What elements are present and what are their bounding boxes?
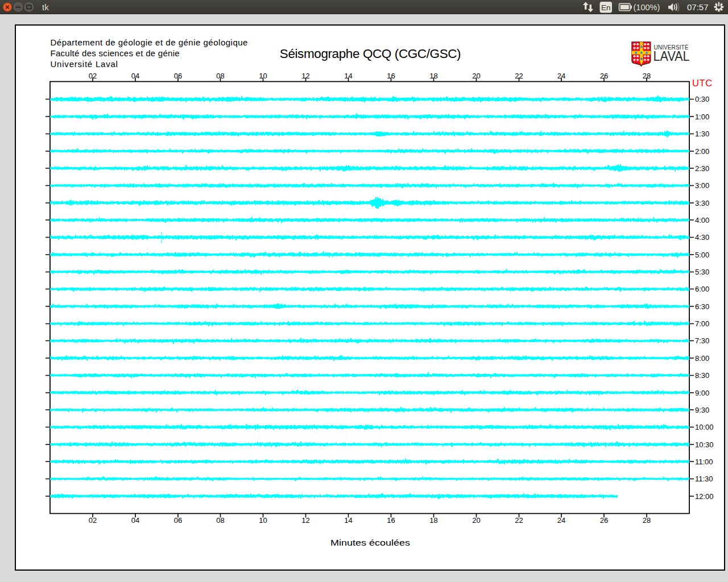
svg-text:04: 04	[131, 72, 139, 80]
svg-text:10: 10	[259, 516, 267, 525]
svg-text:2:00: 2:00	[695, 147, 709, 156]
svg-text:14: 14	[344, 72, 352, 80]
svg-text:28: 28	[643, 516, 651, 525]
svg-text:tk: tk	[42, 2, 49, 12]
svg-text:Université Laval: Université Laval	[51, 59, 118, 69]
svg-text:1:30: 1:30	[695, 130, 709, 138]
svg-text:24: 24	[557, 516, 565, 525]
svg-text:8:30: 8:30	[695, 371, 709, 380]
svg-text:4:30: 4:30	[695, 233, 709, 242]
svg-text:6:30: 6:30	[695, 302, 709, 311]
svg-text:04: 04	[131, 516, 139, 525]
svg-text:06: 06	[174, 516, 182, 525]
svg-text:08: 08	[216, 72, 224, 80]
svg-text:7:00: 7:00	[695, 319, 709, 328]
svg-text:22: 22	[515, 72, 523, 80]
svg-text:6:00: 6:00	[695, 285, 709, 293]
svg-text:14: 14	[344, 516, 352, 525]
svg-text:5:30: 5:30	[695, 268, 709, 276]
svg-text:07:57: 07:57	[687, 2, 709, 12]
svg-text:24: 24	[557, 72, 565, 80]
svg-text:28: 28	[643, 72, 651, 80]
svg-text:18: 18	[429, 516, 437, 525]
svg-text:11:30: 11:30	[695, 475, 713, 483]
svg-text:26: 26	[600, 72, 608, 80]
svg-text:(100%): (100%)	[634, 3, 660, 12]
svg-text:16: 16	[387, 516, 395, 525]
svg-text:02: 02	[89, 516, 97, 525]
svg-text:3:00: 3:00	[695, 181, 709, 190]
svg-text:08: 08	[216, 516, 224, 525]
svg-text:26: 26	[600, 516, 608, 525]
svg-text:9:30: 9:30	[695, 406, 709, 414]
svg-text:LAVAL: LAVAL	[653, 48, 690, 64]
svg-text:1:00: 1:00	[695, 113, 709, 121]
svg-text:12:00: 12:00	[695, 492, 714, 501]
svg-text:20: 20	[472, 516, 480, 525]
svg-text:06: 06	[174, 72, 182, 80]
svg-text:8:00: 8:00	[695, 354, 709, 363]
svg-text:10:30: 10:30	[695, 440, 714, 449]
svg-text:11:00: 11:00	[695, 458, 713, 466]
svg-text:12: 12	[301, 516, 309, 525]
svg-text:Minutes écoulées: Minutes écoulées	[330, 538, 410, 547]
svg-text:Séismographe QCQ (CGC/GSC): Séismographe QCQ (CGC/GSC)	[280, 47, 461, 61]
svg-text:2:30: 2:30	[695, 164, 709, 173]
svg-text:En: En	[601, 3, 611, 12]
svg-text:10: 10	[259, 72, 267, 80]
svg-text:22: 22	[515, 516, 523, 525]
svg-text:5:00: 5:00	[695, 251, 709, 259]
svg-text:10:00: 10:00	[695, 423, 714, 431]
svg-text:9:00: 9:00	[695, 389, 709, 397]
svg-text:Département de géologie et de: Département de géologie et de génie géol…	[51, 38, 248, 47]
svg-text:12: 12	[301, 72, 309, 80]
svg-text:0:30: 0:30	[695, 95, 709, 103]
svg-text:4:00: 4:00	[695, 216, 709, 225]
svg-text:18: 18	[429, 72, 437, 80]
svg-text:02: 02	[89, 72, 97, 80]
svg-text:3:30: 3:30	[695, 199, 709, 207]
svg-text:UTC: UTC	[692, 78, 713, 88]
svg-text:16: 16	[387, 72, 395, 80]
svg-text:Faculté des sciences et de gén: Faculté des sciences et de génie	[51, 48, 180, 58]
svg-text:20: 20	[472, 72, 480, 80]
svg-text:7:30: 7:30	[695, 336, 709, 345]
